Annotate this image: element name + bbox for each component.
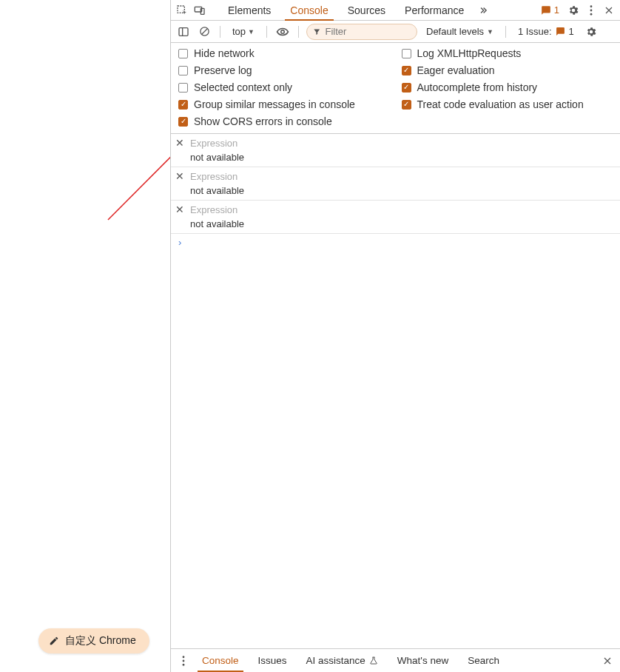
svg-line-10 [201,29,207,35]
expression-value: not available [190,218,620,229]
tab-sources[interactable]: Sources [338,0,395,20]
flask-icon [369,656,378,665]
expression-placeholder[interactable]: Expression [190,171,620,182]
svg-point-14 [183,663,185,665]
checkbox-selected-context[interactable]: Selected context only [178,81,390,93]
drawer-kebab-icon[interactable] [175,653,192,669]
message-icon [541,5,551,16]
message-icon [556,27,565,36]
close-icon[interactable]: ✕ [175,204,185,215]
checkbox-autocomplete[interactable]: Autocomplete from history [402,81,613,93]
filter-input[interactable] [326,26,411,37]
expression-placeholder[interactable]: Expression [190,204,620,215]
drawer: Console Issues AI assistance What's new … [171,648,620,672]
svg-rect-7 [179,27,188,36]
sidebar-toggle-icon[interactable] [175,24,192,40]
svg-point-4 [590,5,593,7]
live-expressions: ✕ Expression not available ✕ Expression … [171,134,620,234]
devtools-tabbar: Elements Console Sources Performance 1 [171,0,620,21]
inspect-element-icon[interactable] [174,2,190,19]
tab-performance[interactable]: Performance [395,0,474,20]
drawer-close-icon[interactable] [599,653,616,669]
live-expression-row: ✕ Expression not available [171,167,620,201]
svg-point-5 [590,9,593,11]
checkbox-eager-eval[interactable]: Eager evaluation [402,64,613,76]
devtools-panel: Elements Console Sources Performance 1 [170,0,620,672]
console-body [171,251,620,648]
device-toolbar-icon[interactable] [192,2,208,19]
log-levels-selector[interactable]: Default levels ▼ [422,26,498,37]
console-toolbar: top ▼ Default levels ▼ 1 Issue: 1 [171,21,620,43]
drawer-tab-ai[interactable]: AI assistance [297,649,387,672]
drawer-tab-whatsnew[interactable]: What's new [388,649,457,672]
checkbox-show-cors[interactable]: Show CORS errors in console [178,115,390,127]
console-settings-gear-icon[interactable] [583,24,599,40]
kebab-menu-icon[interactable] [583,2,599,19]
more-tabs-icon[interactable] [475,2,491,19]
filter-box[interactable] [306,24,417,40]
svg-point-6 [590,13,593,15]
prompt-caret-icon: › [178,237,181,248]
live-expression-row: ✕ Expression not available [171,134,620,167]
checkbox-log-xhr[interactable]: Log XMLHttpRequests [402,47,613,59]
context-selector[interactable]: top ▼ [228,24,259,38]
close-devtools-icon[interactable] [601,2,617,19]
close-icon[interactable]: ✕ [175,138,185,148]
console-prompt[interactable]: › [171,234,620,251]
drawer-tab-search[interactable]: Search [459,649,508,672]
svg-point-13 [183,659,185,662]
clear-console-icon[interactable] [196,24,212,40]
expression-value: not available [190,185,620,196]
live-expression-row: ✕ Expression not available [171,201,620,234]
checkbox-hide-network[interactable]: Hide network [178,47,390,59]
pencil-icon [49,636,59,646]
customize-chrome-label: 自定义 Chrome [65,634,136,648]
message-count-badge[interactable]: 1 [536,4,564,16]
chevron-down-icon: ▼ [248,28,255,36]
drawer-tab-console[interactable]: Console [193,649,248,672]
close-icon[interactable]: ✕ [175,171,185,181]
tab-elements[interactable]: Elements [218,0,280,20]
drawer-tab-issues[interactable]: Issues [249,649,296,672]
issues-indicator[interactable]: 1 Issue: 1 [513,26,579,37]
settings-gear-icon[interactable] [565,2,582,19]
svg-point-11 [281,30,285,33]
tab-console[interactable]: Console [280,0,337,20]
filter-icon [313,27,321,36]
expression-value: not available [190,152,620,163]
chevron-down-icon: ▼ [487,28,493,36]
console-settings-panel: Hide network Log XMLHttpRequests Preserv… [171,43,620,134]
customize-chrome-button[interactable]: 自定义 Chrome [38,628,149,653]
checkbox-group-similar[interactable]: Group similar messages in console [178,98,390,110]
live-expression-icon[interactable] [274,24,291,40]
checkbox-preserve-log[interactable]: Preserve log [178,64,390,76]
checkbox-treat-eval[interactable]: Treat code evaluation as user action [402,98,613,110]
svg-point-12 [183,656,185,658]
expression-placeholder[interactable]: Expression [190,138,620,149]
